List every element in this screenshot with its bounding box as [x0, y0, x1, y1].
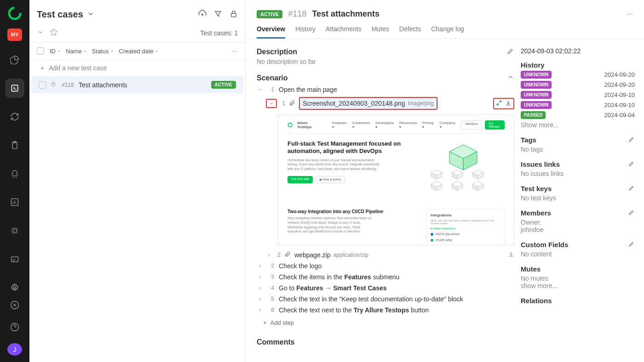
tags-empty: No tags — [521, 146, 635, 153]
testcase-detail-panel: ACTIVE #118 Test attachments ⋯ Overview … — [246, 0, 644, 362]
step-text: Check the items in the Features submenu — [279, 273, 399, 281]
app-logo[interactable] — [8, 6, 22, 20]
step-text: Check the text in the "Keep test documen… — [279, 295, 463, 303]
edit-tags-icon[interactable] — [628, 136, 635, 144]
scenario-step[interactable]: 4 Go to Features → Smart Test Cases — [257, 283, 514, 294]
nav-cycles-icon[interactable] — [5, 107, 24, 126]
project-badge[interactable]: MY — [7, 28, 22, 41]
step-chevron-icon[interactable] — [257, 285, 264, 291]
edit-issues-icon[interactable] — [628, 160, 635, 168]
mutes-show-more[interactable]: show more... — [521, 282, 635, 289]
svg-point-7 — [14, 286, 16, 288]
mutes-empty: No mutes — [521, 275, 635, 282]
attachment-number: 1 — [281, 100, 285, 107]
testcase-row[interactable]: #118 Test attachments ACTIVE — [31, 76, 243, 93]
attachment-toggle-icon[interactable] — [266, 252, 272, 258]
step-chevron-icon[interactable] — [257, 87, 264, 92]
edit-customfields-icon[interactable] — [628, 241, 635, 249]
expand-icon[interactable] — [496, 100, 502, 107]
step-chevron-icon[interactable] — [257, 307, 264, 313]
members-heading: Members — [521, 209, 551, 217]
history-status-badge: UNKNOWN — [521, 71, 552, 79]
user-avatar[interactable]: J — [7, 343, 22, 356]
attachment-name[interactable]: Screenshot_20240903_020148.pngimage/png — [299, 97, 437, 110]
description-empty: No description so far — [257, 58, 514, 65]
step-number: 5 — [269, 296, 274, 302]
history-row[interactable]: PASSED2024-09-04 — [521, 111, 635, 119]
edit-members-icon[interactable] — [628, 209, 635, 217]
scenario-step[interactable]: 5 Check the text in the "Keep test docum… — [257, 294, 514, 305]
collapse-scenario-icon[interactable] — [507, 74, 514, 82]
nav-reports-icon[interactable] — [5, 50, 24, 69]
relations-heading: Relations — [521, 297, 552, 305]
comments-heading: Comments — [257, 338, 295, 346]
nav-jobs-icon[interactable] — [5, 249, 24, 269]
add-step-button[interactable]: + Add step — [257, 316, 514, 330]
attachment-toggle-icon[interactable] — [266, 99, 277, 108]
history-date: 2024-09-04 — [604, 112, 635, 119]
tab-attachments[interactable]: Attachments — [326, 25, 362, 39]
customfields-heading: Custom Fields — [521, 241, 568, 249]
history-show-more[interactable]: Show more... — [521, 121, 635, 129]
select-all-checkbox[interactable] — [37, 47, 44, 55]
add-testcase-button[interactable]: + Add a new test case — [29, 60, 245, 76]
nav-defects-icon[interactable] — [5, 221, 24, 240]
favorite-icon[interactable] — [50, 28, 58, 38]
collapse-all-icon[interactable] — [37, 28, 44, 37]
filter-icon[interactable] — [214, 10, 222, 19]
title-chevron-icon[interactable] — [87, 10, 94, 19]
history-date: 2024-09-10 — [604, 91, 635, 98]
col-id[interactable]: ID — [50, 48, 60, 55]
nav-settings-icon[interactable] — [5, 278, 24, 297]
owner-label: Owner: — [521, 219, 635, 226]
testcase-title: Test attachments — [312, 9, 380, 19]
history-row[interactable]: UNKNOWN2024-09-10 — [521, 101, 635, 109]
history-date: 2024-09-10 — [604, 102, 635, 108]
scenario-step[interactable]: 6 Check the text next to the Try Allure … — [257, 305, 514, 316]
history-row[interactable]: UNKNOWN2024-09-20 — [521, 71, 635, 79]
step-number: 6 — [269, 307, 274, 313]
tab-changelog[interactable]: Change log — [431, 25, 464, 39]
tab-overview[interactable]: Overview — [257, 25, 285, 39]
columns-menu-icon[interactable]: ⋯ — [232, 48, 238, 55]
nav-testcases-icon[interactable] — [5, 79, 24, 98]
mutes-heading: Mutes — [521, 265, 540, 273]
upload-icon[interactable] — [198, 10, 207, 19]
tab-defects[interactable]: Defects — [399, 25, 421, 39]
history-row[interactable]: UNKNOWN2024-09-10 — [521, 91, 635, 99]
table-header: ID Name Status Created date ⋯ — [29, 42, 245, 60]
step-chevron-icon[interactable] — [257, 274, 264, 280]
attachment-name[interactable]: webpage.zipapplication/zip — [294, 251, 368, 259]
col-status[interactable]: Status — [92, 48, 114, 55]
nav-help-icon[interactable] — [5, 319, 24, 335]
step-chevron-icon[interactable] — [257, 296, 264, 302]
scenario-step[interactable]: 3 Check the items in the Features submen… — [257, 272, 514, 283]
history-status-badge: UNKNOWN — [521, 91, 552, 99]
download-icon[interactable] — [508, 251, 514, 259]
nav-analytics-icon[interactable] — [5, 192, 24, 212]
step-chevron-icon[interactable] — [257, 263, 264, 269]
tab-mutes[interactable]: Mutes — [372, 25, 389, 39]
manual-icon — [51, 81, 57, 89]
scenario-step[interactable]: 2 Check the logo — [257, 260, 514, 272]
plus-icon: + — [40, 64, 44, 72]
nav-launches-icon[interactable] — [5, 164, 24, 183]
step-number: 1 — [269, 86, 274, 93]
history-heading: History — [521, 61, 545, 69]
attachment-row: 1 Screenshot_20240903_020148.pngimage/pn… — [257, 95, 514, 112]
col-name[interactable]: Name — [66, 48, 86, 55]
download-icon[interactable] — [505, 100, 512, 107]
nav-add-icon[interactable] — [5, 297, 24, 313]
col-created[interactable]: Created date — [119, 48, 158, 55]
nav-clipboard-icon[interactable] — [5, 136, 24, 155]
lock-icon[interactable] — [230, 10, 238, 19]
edit-description-icon[interactable] — [507, 47, 514, 56]
scenario-step[interactable]: 1 Open the main page — [257, 84, 514, 95]
detail-menu-icon[interactable]: ⋯ — [627, 11, 633, 18]
attachment-preview: Allure TestOps Features ▾Customers ▾Deve… — [278, 114, 514, 245]
step-text: Open the main page — [279, 86, 337, 93]
tab-history[interactable]: History — [295, 25, 316, 39]
edit-testkeys-icon[interactable] — [628, 185, 635, 192]
row-checkbox[interactable] — [39, 81, 46, 89]
history-row[interactable]: UNKNOWN2024-09-20 — [521, 81, 635, 89]
